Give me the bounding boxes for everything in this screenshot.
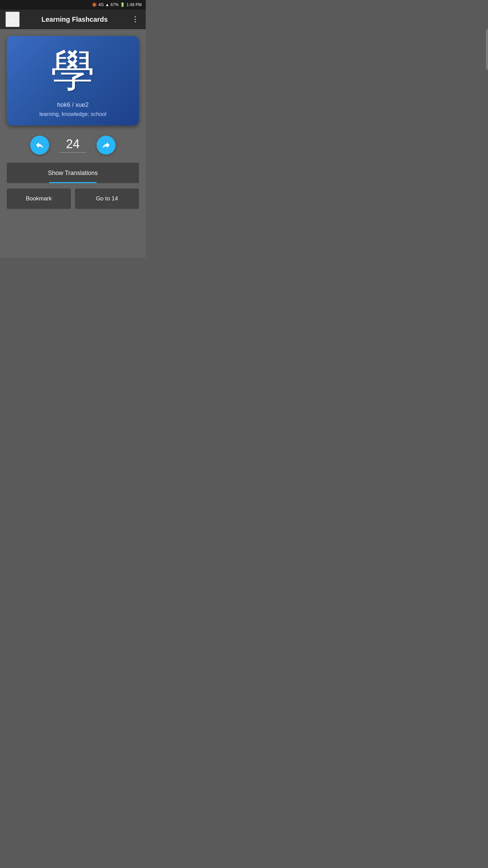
show-translations-button[interactable]: Show Translations	[7, 163, 139, 183]
bottom-buttons: Bookmark Go to 14	[7, 189, 139, 209]
bluetooth-mute-icon: 🔕	[92, 2, 97, 7]
previous-card-button[interactable]	[30, 136, 49, 155]
status-bar: 🔕 4G ▲ 67% 🔋 1:48 PM	[0, 0, 146, 9]
navigation-row: 24	[5, 136, 140, 155]
go-to-button[interactable]: Go to 14	[75, 189, 139, 209]
main-content: 學 hok6 / xue2 learning, knowledge; schoo…	[0, 29, 146, 258]
network-type: 4G	[98, 2, 104, 7]
battery-percent: 67%	[110, 2, 119, 7]
flashcard[interactable]: 學 hok6 / xue2 learning, knowledge; schoo…	[7, 36, 139, 125]
time-display: 1:48 PM	[126, 2, 142, 7]
signal-icon: ▲	[105, 2, 109, 7]
chinese-character: 學	[51, 46, 95, 95]
page-title: Learning Flashcards	[22, 16, 127, 23]
meaning: learning, knowledge; school	[39, 111, 106, 117]
back-button[interactable]: ←	[5, 12, 20, 27]
bookmark-button[interactable]: Bookmark	[7, 189, 71, 209]
forward-icon	[101, 140, 111, 150]
pronunciation: hok6 / xue2	[57, 101, 88, 108]
overflow-menu-button[interactable]: ⋮	[129, 12, 142, 26]
next-card-button[interactable]	[97, 136, 116, 155]
card-number-divider	[59, 152, 86, 153]
reply-icon	[35, 140, 44, 150]
app-bar: ← Learning Flashcards ⋮	[0, 9, 146, 29]
status-icons: 🔕 4G ▲ 67% 🔋 1:48 PM	[92, 2, 142, 7]
card-number-container: 24	[59, 138, 86, 153]
card-number: 24	[66, 138, 80, 150]
battery-icon: 🔋	[120, 2, 125, 7]
